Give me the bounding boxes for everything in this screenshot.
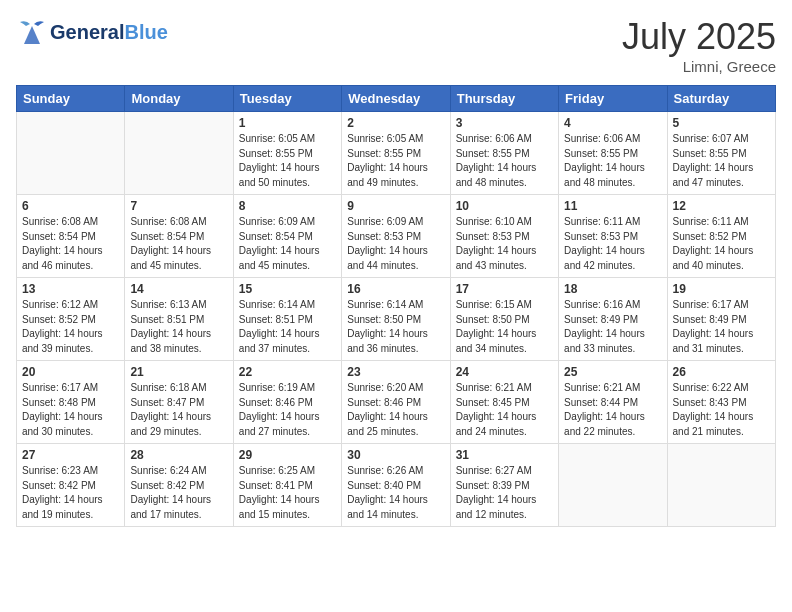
- day-info: Sunrise: 6:20 AMSunset: 8:46 PMDaylight:…: [347, 381, 444, 439]
- calendar-day-cell: 15Sunrise: 6:14 AMSunset: 8:51 PMDayligh…: [233, 278, 341, 361]
- day-of-week-header: Tuesday: [233, 86, 341, 112]
- day-of-week-header: Wednesday: [342, 86, 450, 112]
- day-number: 27: [22, 448, 119, 462]
- day-info: Sunrise: 6:26 AMSunset: 8:40 PMDaylight:…: [347, 464, 444, 522]
- day-number: 19: [673, 282, 770, 296]
- calendar-day-cell: 31Sunrise: 6:27 AMSunset: 8:39 PMDayligh…: [450, 444, 558, 527]
- day-info: Sunrise: 6:21 AMSunset: 8:44 PMDaylight:…: [564, 381, 661, 439]
- day-info: Sunrise: 6:07 AMSunset: 8:55 PMDaylight:…: [673, 132, 770, 190]
- calendar-day-cell: 12Sunrise: 6:11 AMSunset: 8:52 PMDayligh…: [667, 195, 775, 278]
- calendar-day-cell: 25Sunrise: 6:21 AMSunset: 8:44 PMDayligh…: [559, 361, 667, 444]
- day-info: Sunrise: 6:08 AMSunset: 8:54 PMDaylight:…: [22, 215, 119, 273]
- day-number: 14: [130, 282, 227, 296]
- day-number: 15: [239, 282, 336, 296]
- day-number: 22: [239, 365, 336, 379]
- day-info: Sunrise: 6:10 AMSunset: 8:53 PMDaylight:…: [456, 215, 553, 273]
- day-number: 10: [456, 199, 553, 213]
- day-number: 6: [22, 199, 119, 213]
- calendar-day-cell: 8Sunrise: 6:09 AMSunset: 8:54 PMDaylight…: [233, 195, 341, 278]
- calendar-day-cell: 14Sunrise: 6:13 AMSunset: 8:51 PMDayligh…: [125, 278, 233, 361]
- day-number: 11: [564, 199, 661, 213]
- day-number: 18: [564, 282, 661, 296]
- calendar-day-cell: 2Sunrise: 6:05 AMSunset: 8:55 PMDaylight…: [342, 112, 450, 195]
- day-info: Sunrise: 6:24 AMSunset: 8:42 PMDaylight:…: [130, 464, 227, 522]
- calendar-day-cell: 20Sunrise: 6:17 AMSunset: 8:48 PMDayligh…: [17, 361, 125, 444]
- location-subtitle: Limni, Greece: [622, 58, 776, 75]
- day-number: 23: [347, 365, 444, 379]
- day-info: Sunrise: 6:17 AMSunset: 8:48 PMDaylight:…: [22, 381, 119, 439]
- day-number: 20: [22, 365, 119, 379]
- logo-blue-text: Blue: [124, 21, 167, 44]
- day-info: Sunrise: 6:12 AMSunset: 8:52 PMDaylight:…: [22, 298, 119, 356]
- day-number: 29: [239, 448, 336, 462]
- calendar-day-cell: 6Sunrise: 6:08 AMSunset: 8:54 PMDaylight…: [17, 195, 125, 278]
- calendar-day-cell: 28Sunrise: 6:24 AMSunset: 8:42 PMDayligh…: [125, 444, 233, 527]
- day-info: Sunrise: 6:25 AMSunset: 8:41 PMDaylight:…: [239, 464, 336, 522]
- calendar-day-cell: 7Sunrise: 6:08 AMSunset: 8:54 PMDaylight…: [125, 195, 233, 278]
- day-info: Sunrise: 6:14 AMSunset: 8:50 PMDaylight:…: [347, 298, 444, 356]
- calendar-day-cell: 29Sunrise: 6:25 AMSunset: 8:41 PMDayligh…: [233, 444, 341, 527]
- day-info: Sunrise: 6:09 AMSunset: 8:53 PMDaylight:…: [347, 215, 444, 273]
- calendar-day-cell: 11Sunrise: 6:11 AMSunset: 8:53 PMDayligh…: [559, 195, 667, 278]
- calendar-day-cell: [125, 112, 233, 195]
- day-info: Sunrise: 6:18 AMSunset: 8:47 PMDaylight:…: [130, 381, 227, 439]
- logo-general-text: General: [50, 21, 124, 44]
- calendar-table: SundayMondayTuesdayWednesdayThursdayFrid…: [16, 85, 776, 527]
- day-number: 7: [130, 199, 227, 213]
- day-info: Sunrise: 6:23 AMSunset: 8:42 PMDaylight:…: [22, 464, 119, 522]
- calendar-day-cell: 4Sunrise: 6:06 AMSunset: 8:55 PMDaylight…: [559, 112, 667, 195]
- calendar-day-cell: 24Sunrise: 6:21 AMSunset: 8:45 PMDayligh…: [450, 361, 558, 444]
- calendar-day-cell: 10Sunrise: 6:10 AMSunset: 8:53 PMDayligh…: [450, 195, 558, 278]
- day-number: 12: [673, 199, 770, 213]
- day-info: Sunrise: 6:11 AMSunset: 8:53 PMDaylight:…: [564, 215, 661, 273]
- calendar-day-cell: [17, 112, 125, 195]
- page-header: General Blue July 2025 Limni, Greece: [16, 16, 776, 75]
- day-number: 21: [130, 365, 227, 379]
- day-info: Sunrise: 6:27 AMSunset: 8:39 PMDaylight:…: [456, 464, 553, 522]
- calendar-header-row: SundayMondayTuesdayWednesdayThursdayFrid…: [17, 86, 776, 112]
- day-number: 28: [130, 448, 227, 462]
- day-number: 24: [456, 365, 553, 379]
- calendar-week-row: 1Sunrise: 6:05 AMSunset: 8:55 PMDaylight…: [17, 112, 776, 195]
- day-number: 26: [673, 365, 770, 379]
- day-info: Sunrise: 6:06 AMSunset: 8:55 PMDaylight:…: [456, 132, 553, 190]
- day-info: Sunrise: 6:11 AMSunset: 8:52 PMDaylight:…: [673, 215, 770, 273]
- logo-icon: [16, 16, 48, 48]
- day-info: Sunrise: 6:19 AMSunset: 8:46 PMDaylight:…: [239, 381, 336, 439]
- day-number: 8: [239, 199, 336, 213]
- month-year-title: July 2025: [622, 16, 776, 58]
- day-of-week-header: Monday: [125, 86, 233, 112]
- calendar-day-cell: 26Sunrise: 6:22 AMSunset: 8:43 PMDayligh…: [667, 361, 775, 444]
- day-number: 25: [564, 365, 661, 379]
- day-number: 9: [347, 199, 444, 213]
- calendar-day-cell: 27Sunrise: 6:23 AMSunset: 8:42 PMDayligh…: [17, 444, 125, 527]
- day-info: Sunrise: 6:15 AMSunset: 8:50 PMDaylight:…: [456, 298, 553, 356]
- day-of-week-header: Friday: [559, 86, 667, 112]
- calendar-day-cell: 18Sunrise: 6:16 AMSunset: 8:49 PMDayligh…: [559, 278, 667, 361]
- svg-marker-0: [24, 26, 40, 44]
- day-of-week-header: Sunday: [17, 86, 125, 112]
- day-number: 5: [673, 116, 770, 130]
- day-number: 4: [564, 116, 661, 130]
- calendar-day-cell: 22Sunrise: 6:19 AMSunset: 8:46 PMDayligh…: [233, 361, 341, 444]
- day-info: Sunrise: 6:22 AMSunset: 8:43 PMDaylight:…: [673, 381, 770, 439]
- calendar-day-cell: 1Sunrise: 6:05 AMSunset: 8:55 PMDaylight…: [233, 112, 341, 195]
- day-info: Sunrise: 6:05 AMSunset: 8:55 PMDaylight:…: [347, 132, 444, 190]
- calendar-day-cell: 16Sunrise: 6:14 AMSunset: 8:50 PMDayligh…: [342, 278, 450, 361]
- day-of-week-header: Saturday: [667, 86, 775, 112]
- day-info: Sunrise: 6:17 AMSunset: 8:49 PMDaylight:…: [673, 298, 770, 356]
- calendar-day-cell: 3Sunrise: 6:06 AMSunset: 8:55 PMDaylight…: [450, 112, 558, 195]
- day-info: Sunrise: 6:16 AMSunset: 8:49 PMDaylight:…: [564, 298, 661, 356]
- day-number: 17: [456, 282, 553, 296]
- day-number: 30: [347, 448, 444, 462]
- calendar-day-cell: 23Sunrise: 6:20 AMSunset: 8:46 PMDayligh…: [342, 361, 450, 444]
- calendar-day-cell: [559, 444, 667, 527]
- calendar-day-cell: 21Sunrise: 6:18 AMSunset: 8:47 PMDayligh…: [125, 361, 233, 444]
- day-info: Sunrise: 6:05 AMSunset: 8:55 PMDaylight:…: [239, 132, 336, 190]
- calendar-week-row: 6Sunrise: 6:08 AMSunset: 8:54 PMDaylight…: [17, 195, 776, 278]
- day-number: 2: [347, 116, 444, 130]
- day-info: Sunrise: 6:06 AMSunset: 8:55 PMDaylight:…: [564, 132, 661, 190]
- calendar-day-cell: 17Sunrise: 6:15 AMSunset: 8:50 PMDayligh…: [450, 278, 558, 361]
- day-info: Sunrise: 6:09 AMSunset: 8:54 PMDaylight:…: [239, 215, 336, 273]
- calendar-week-row: 13Sunrise: 6:12 AMSunset: 8:52 PMDayligh…: [17, 278, 776, 361]
